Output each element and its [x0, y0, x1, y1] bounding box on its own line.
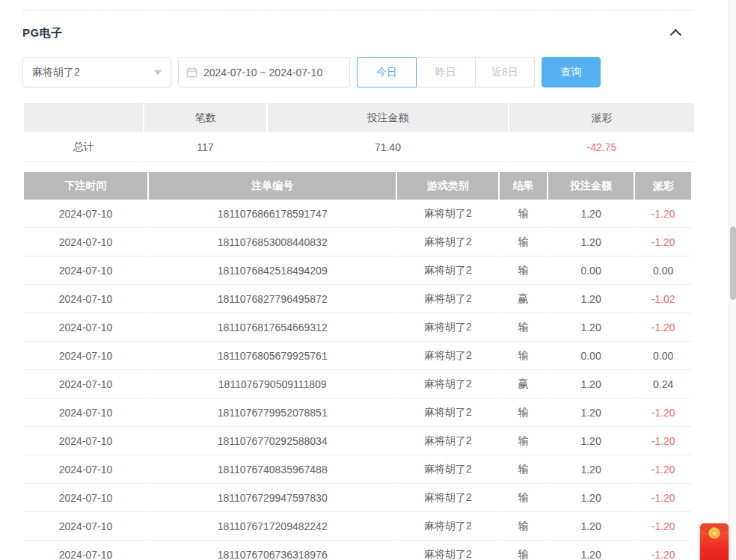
- header-bet-time: 下注时间: [24, 172, 147, 200]
- cell-result: 赢: [500, 370, 546, 399]
- cell-result: 输: [500, 427, 546, 455]
- game-select[interactable]: 麻将胡了2: [22, 57, 171, 87]
- chevron-down-icon: [154, 70, 162, 75]
- page: PG电子 麻将胡了2 2024-07-10 ~ 2024-07-10: [0, 0, 736, 560]
- cell-bet-time: 2024-07-10: [24, 285, 147, 313]
- cell-bet-id: 1811076827796495872: [149, 285, 396, 313]
- cell-bet-amount: 1.20: [548, 455, 634, 484]
- bet-table-header-row: 下注时间 注单编号 游戏类别 结果 投注金额 派彩: [24, 172, 691, 200]
- cell-payout: -1.20: [635, 484, 691, 512]
- cell-result: 输: [500, 228, 546, 256]
- cell-payout: -1.02: [635, 285, 691, 313]
- table-row: 2024-07-101811076817654669312麻将胡了2输1.20-…: [24, 313, 691, 342]
- cell-payout: 0.24: [635, 370, 691, 399]
- table-row: 2024-07-101811076740835967488麻将胡了2输1.20-…: [24, 455, 691, 484]
- header-bet-amount: 投注金额: [548, 172, 634, 200]
- cell-bet-amount: 1.20: [548, 200, 634, 228]
- today-button[interactable]: 今日: [357, 57, 417, 87]
- cell-bet-time: 2024-07-10: [24, 541, 147, 560]
- cell-game-type: 麻将胡了2: [397, 427, 498, 455]
- scrollbar-thumb[interactable]: [730, 227, 736, 300]
- gold-coin-icon: [708, 527, 720, 539]
- cell-payout: -1.20: [635, 512, 691, 541]
- cell-result: 输: [500, 512, 546, 541]
- summary-total-label: 总计: [24, 132, 143, 162]
- cell-game-type: 麻将胡了2: [397, 285, 498, 313]
- header-result: 结果: [500, 172, 546, 200]
- cell-bet-amount: 1.20: [548, 285, 634, 313]
- cell-game-type: 麻将胡了2: [397, 228, 498, 256]
- cell-result: 输: [500, 541, 546, 560]
- cell-bet-time: 2024-07-10: [24, 399, 147, 427]
- cell-bet-amount: 1.20: [548, 541, 634, 560]
- summary-total-count: 117: [144, 132, 266, 162]
- date-range-input[interactable]: 2024-07-10 ~ 2024-07-10: [178, 57, 350, 87]
- cell-payout: -1.20: [635, 541, 691, 560]
- cell-game-type: 麻将胡了2: [397, 484, 498, 512]
- summary-total-bet-amount: 71.40: [268, 132, 508, 162]
- collapse-button[interactable]: [667, 23, 687, 43]
- pg-panel: PG电子 麻将胡了2 2024-07-10 ~ 2024-07-10: [22, 0, 693, 560]
- summary-total-row: 总计 117 71.40 -42.75: [24, 132, 694, 162]
- cell-bet-id: 1811076805679925761: [149, 342, 396, 370]
- cell-result: 赢: [500, 285, 546, 313]
- cell-result: 输: [500, 200, 546, 228]
- red-envelope-icon[interactable]: [700, 523, 729, 560]
- table-row: 2024-07-101811076717209482242麻将胡了2输1.20-…: [24, 512, 691, 541]
- table-row: 2024-07-101811076853008440832麻将胡了2输1.20-…: [24, 228, 691, 256]
- cell-result: 输: [500, 484, 546, 512]
- cell-bet-time: 2024-07-10: [24, 455, 147, 484]
- cell-bet-id: 1811076790509111809: [149, 370, 396, 399]
- summary-total-payout: -42.75: [509, 132, 694, 162]
- summary-header-bet-amount: 投注金额: [268, 103, 508, 132]
- last-8-days-button[interactable]: 近8日: [475, 57, 535, 87]
- cell-result: 输: [500, 399, 546, 427]
- table-row: 2024-07-101811076866178591747麻将胡了2输1.20-…: [24, 200, 691, 228]
- cell-payout: 0.00: [635, 256, 691, 285]
- cell-payout: -1.20: [635, 313, 691, 342]
- cell-payout: -1.20: [635, 455, 691, 484]
- cell-bet-id: 1811076842518494209: [149, 256, 396, 285]
- cell-bet-time: 2024-07-10: [24, 200, 147, 228]
- cell-bet-time: 2024-07-10: [24, 370, 147, 399]
- cell-bet-id: 1811076817654669312: [149, 313, 396, 342]
- cell-bet-id: 1811076770292588034: [149, 427, 396, 455]
- yesterday-button[interactable]: 昨日: [416, 57, 476, 87]
- chevron-up-icon: [669, 28, 681, 40]
- cell-bet-amount: 1.20: [548, 512, 634, 541]
- cell-bet-time: 2024-07-10: [24, 512, 147, 541]
- cell-result: 输: [500, 455, 546, 484]
- query-button[interactable]: 查询: [542, 57, 601, 87]
- cell-bet-amount: 0.00: [548, 342, 634, 370]
- cell-result: 输: [500, 342, 546, 370]
- table-row: 2024-07-101811076770292588034麻将胡了2输1.20-…: [24, 427, 691, 455]
- summary-header-payout: 派彩: [509, 103, 694, 132]
- cell-bet-time: 2024-07-10: [24, 228, 147, 256]
- table-row: 2024-07-101811076779952078851麻将胡了2输1.20-…: [24, 399, 691, 427]
- summary-header-empty: [24, 103, 143, 132]
- panel-title: PG电子: [22, 26, 63, 40]
- cell-bet-time: 2024-07-10: [24, 427, 147, 455]
- cell-bet-amount: 1.20: [548, 370, 634, 399]
- header-game-type: 游戏类别: [397, 172, 498, 200]
- cell-payout: -1.20: [635, 200, 691, 228]
- cell-bet-id: 1811076740835967488: [149, 455, 396, 484]
- cell-result: 输: [500, 313, 546, 342]
- table-row: 2024-07-101811076790509111809麻将胡了2赢1.200…: [24, 370, 691, 399]
- cell-bet-id: 1811076853008440832: [149, 228, 396, 256]
- cell-bet-id: 1811076866178591747: [149, 200, 396, 228]
- panel-header: PG电子: [22, 23, 693, 43]
- date-range-value: 2024-07-10 ~ 2024-07-10: [203, 67, 322, 79]
- cell-bet-time: 2024-07-10: [24, 256, 147, 285]
- cell-bet-amount: 1.20: [548, 313, 634, 342]
- table-row: 2024-07-101811076805679925761麻将胡了2输0.000…: [24, 342, 691, 370]
- cell-bet-time: 2024-07-10: [24, 342, 147, 370]
- cell-bet-time: 2024-07-10: [24, 484, 147, 512]
- cell-game-type: 麻将胡了2: [397, 342, 498, 370]
- filter-bar: 麻将胡了2 2024-07-10 ~ 2024-07-10 今日 昨日 近8日 …: [22, 57, 693, 87]
- cell-bet-amount: 1.20: [548, 228, 634, 256]
- cell-bet-time: 2024-07-10: [24, 313, 147, 342]
- scrollbar-track[interactable]: [729, 0, 736, 560]
- dashed-divider: [22, 10, 693, 10]
- table-row: 2024-07-101811076827796495872麻将胡了2赢1.20-…: [24, 285, 691, 313]
